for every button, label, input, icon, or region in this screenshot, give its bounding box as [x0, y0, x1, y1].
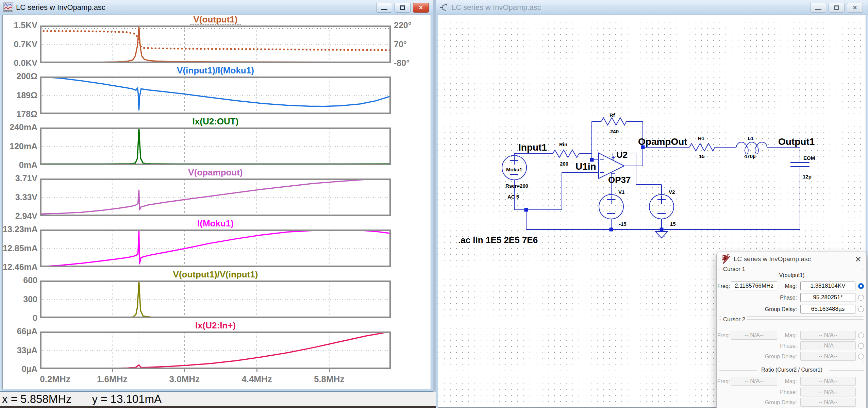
- cursor2-freq-value[interactable]: -- N/A--: [731, 331, 777, 340]
- cursor1-trace-label: V(output1): [717, 272, 867, 278]
- plot-canvas-ix-u2-out-[interactable]: [40, 128, 391, 165]
- cursor2-gd-value[interactable]: -- N/A--: [800, 352, 856, 361]
- r1-value[interactable]: 15: [699, 153, 705, 159]
- cursor2-mag-label: Mag:: [773, 333, 797, 339]
- cursor-dialog-close-icon[interactable]: ✕: [855, 255, 862, 264]
- l1-name[interactable]: L1: [748, 135, 754, 141]
- plot-title-ix-u2-in-[interactable]: Ix(U2:In+): [40, 320, 391, 331]
- v2-value[interactable]: 15: [670, 221, 676, 227]
- cursor1-mag-label: Mag:: [773, 283, 797, 289]
- close-button-right[interactable]: ✕: [847, 3, 863, 13]
- minimize-button-right[interactable]: [810, 3, 826, 13]
- cursor2-mag-radio[interactable]: [858, 333, 864, 338]
- ground-symbol: [655, 232, 668, 238]
- opamp-model[interactable]: OP37: [608, 175, 631, 185]
- y-axis-label: 0µA: [3, 364, 37, 374]
- ratio-freq-value[interactable]: -- N/A--: [731, 377, 777, 386]
- cap-name[interactable]: EOM: [803, 155, 815, 161]
- wire-junction: [524, 208, 528, 212]
- cursor2-gd-radio[interactable]: [858, 354, 864, 359]
- ratio-mag-value[interactable]: -- N/A--: [800, 377, 856, 386]
- ratio-phase-label: Phase:: [766, 389, 797, 395]
- y-axis-label: 1.5KV: [3, 20, 37, 30]
- waveform-pane[interactable]: V(output1)1.5KV0.7KV0.0KV220°70°-80°V(in…: [2, 15, 431, 389]
- trace-phase-v-output1-: [40, 31, 391, 50]
- plot-canvas-v-output1-[interactable]: [40, 26, 391, 63]
- waveform-window-title: LC series w InvOpamp.asc: [16, 3, 105, 12]
- source-ac-value[interactable]: AC 5: [507, 194, 519, 200]
- cursor1-phase-label: Phase:: [766, 295, 797, 301]
- net-label-u1in[interactable]: U1in: [575, 161, 596, 172]
- plot-title-v-input1-i-moku1-[interactable]: V(input1)/I(Moku1): [40, 65, 391, 76]
- cursor1-gd-value[interactable]: 65.163488µs: [800, 305, 855, 313]
- restore-button-right[interactable]: [829, 3, 845, 13]
- rf-name[interactable]: Rf: [610, 112, 615, 118]
- x-axis-label: 0.2MHz: [28, 374, 82, 385]
- wire-junction: [610, 228, 613, 232]
- y-axis-label: 0: [3, 313, 37, 323]
- waveform-titlebar[interactable]: LC series w InvOpamp.asc ✕: [0, 0, 433, 15]
- v2-name[interactable]: V2: [669, 189, 675, 195]
- source-name[interactable]: Moku1: [506, 167, 522, 172]
- plot-canvas-ix-u2-in-[interactable]: [40, 332, 391, 369]
- wire-junction: [660, 228, 664, 232]
- cursor1-mag-value[interactable]: 1.3818104KV: [800, 282, 855, 290]
- plot-title-ix-u2-out-[interactable]: Ix(U2:OUT): [40, 116, 391, 127]
- y-axis-label: 0.7KV: [3, 39, 37, 49]
- net-label-opampout[interactable]: OpampOut: [638, 136, 687, 147]
- plot-canvas-v-input1-i-moku1-[interactable]: [40, 76, 391, 114]
- inductor-body: [736, 142, 767, 147]
- rf-value[interactable]: 240: [610, 129, 619, 134]
- net-label-input1[interactable]: Input1: [518, 142, 547, 153]
- restore-button[interactable]: [395, 3, 411, 13]
- rin-name[interactable]: Rin: [559, 141, 567, 147]
- inductor-loop: [755, 147, 758, 154]
- spice-directive[interactable]: .ac lin 1E5 2E5 7E6: [458, 235, 538, 245]
- y-axis-label: 33µA: [3, 345, 37, 355]
- r1-name[interactable]: R1: [698, 135, 704, 141]
- cursor1-phase-value[interactable]: 95.280251°: [800, 293, 855, 302]
- minimize-button[interactable]: [376, 3, 392, 13]
- y-axis-label: 12.46mA: [3, 262, 37, 272]
- plot-title-v-output1-v-input1-[interactable]: V(output1)/V(input1): [40, 269, 391, 280]
- rin-value[interactable]: 200: [560, 161, 568, 167]
- v1-name[interactable]: V1: [618, 189, 624, 195]
- plot-title-v-output1-[interactable]: V(output1): [40, 15, 391, 25]
- net-label-output1[interactable]: Output1: [778, 136, 815, 147]
- plot-canvas-v-opampout-[interactable]: [40, 178, 391, 216]
- y-axis-label: 2.94V: [3, 211, 37, 221]
- plot-canvas-v-output1-v-input1-[interactable]: [40, 280, 391, 318]
- trace-impedance-v-input1-i-moku1-: [40, 77, 391, 110]
- cap-value[interactable]: 12p: [803, 174, 812, 180]
- cursor-dialog[interactable]: LC series w InvOpamp.asc ✕ Cursor 1 V(ou…: [716, 252, 867, 408]
- cursor2-phase-radio[interactable]: [858, 343, 864, 349]
- opamp-name[interactable]: U2: [616, 150, 628, 160]
- cursor-dialog-titlebar[interactable]: LC series w InvOpamp.asc ✕: [717, 252, 866, 266]
- source-rser[interactable]: Rser=200: [505, 183, 528, 189]
- ratio-phase-value[interactable]: -- N/A--: [800, 388, 856, 396]
- schematic-titlebar[interactable]: LC series w InvOpamp.asc ✕: [436, 0, 868, 15]
- cursor2-mag-value[interactable]: -- N/A--: [800, 331, 856, 340]
- cursor2-phase-value[interactable]: -- N/A--: [800, 341, 856, 350]
- cursor1-mag-radio[interactable]: [858, 283, 864, 289]
- x-tick: [112, 369, 113, 372]
- x-tick: [256, 369, 257, 372]
- ratio-gd-value[interactable]: -- N/A--: [800, 398, 856, 407]
- ratio-group-label: Ratio (Cursor2 / Cursor1): [717, 367, 867, 373]
- ratio-freq-label: Freq:: [717, 378, 730, 385]
- l1-value[interactable]: 470µ: [744, 153, 756, 159]
- plot-area: V(output1)1.5KV0.7KV0.0KV220°70°-80°V(in…: [3, 15, 431, 389]
- y-axis-label: 66µA: [3, 326, 37, 336]
- plot-title-v-opampout-[interactable]: V(opampout): [40, 167, 391, 178]
- x-axis-label: 5.8MHz: [302, 374, 356, 385]
- close-button[interactable]: ✕: [413, 3, 429, 13]
- ltspice-app: LC series w InvOpamp.asc ✕ V(output1)1.5…: [0, 0, 868, 408]
- plot-canvas-i-moku1-[interactable]: [40, 230, 391, 267]
- cursor2-gd-label: Group Delay:: [756, 354, 797, 360]
- cursor1-gd-radio[interactable]: [858, 306, 864, 312]
- v1-value[interactable]: -15: [619, 221, 627, 227]
- plot-title-i-moku1-[interactable]: I(Moku1): [40, 218, 391, 229]
- cursor1-phase-radio[interactable]: [858, 295, 864, 301]
- cursor1-freq-value[interactable]: 2.1185766MHz: [731, 282, 777, 290]
- trace-current-ix-u2-out-: [40, 128, 391, 164]
